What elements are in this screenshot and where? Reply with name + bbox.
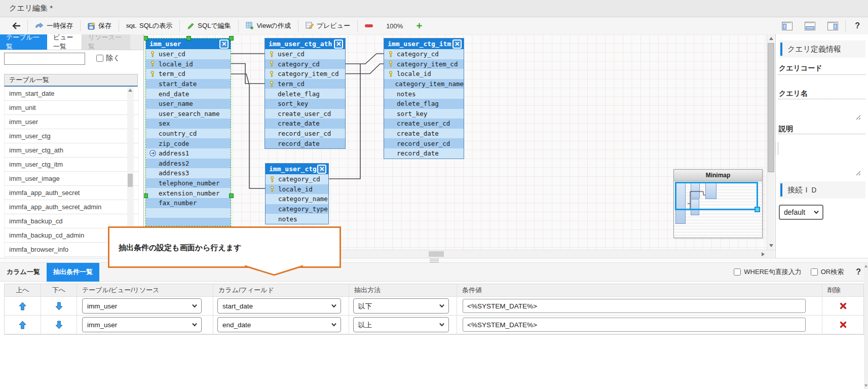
table-list-item[interactable]: imm_user_ctg xyxy=(5,129,138,143)
panel-splitter-grip[interactable] xyxy=(775,142,778,155)
er-field[interactable]: create_date xyxy=(384,129,464,139)
method-select[interactable]: 以下 xyxy=(353,298,449,314)
table-select[interactable]: imm_user xyxy=(82,317,202,332)
table-filter-input[interactable] xyxy=(4,53,85,65)
table-select[interactable]: imm_user xyxy=(82,298,202,314)
connection-select[interactable]: default xyxy=(779,205,823,220)
er-field[interactable]: fax_number xyxy=(146,198,231,208)
er-field[interactable]: user_cd xyxy=(265,49,345,59)
save-button[interactable]: 保存 xyxy=(82,19,118,33)
er-field[interactable]: sort_key xyxy=(265,99,345,109)
er-field[interactable]: record_date xyxy=(265,138,345,148)
er-table-close-button[interactable] xyxy=(334,40,343,49)
er-table-imm_user_ctg_itm[interactable]: imm_user_ctg_itmcategory_cdcategory_item… xyxy=(384,38,464,159)
er-field[interactable] xyxy=(146,218,231,226)
column-select[interactable]: start_date xyxy=(217,298,341,314)
minimap-viewport[interactable] xyxy=(675,182,758,210)
resize-grip-icon[interactable] xyxy=(854,169,861,176)
preview-button[interactable]: プレビュー xyxy=(299,19,356,33)
er-table-header[interactable]: imm_user_ctg_itm xyxy=(384,38,464,49)
er-field[interactable]: sort_key xyxy=(384,109,464,119)
table-list-item[interactable]: immfa_app_auth_secret xyxy=(5,186,138,200)
er-field[interactable]: category_name xyxy=(266,194,328,204)
er-field[interactable] xyxy=(146,208,231,218)
er-field[interactable]: notes xyxy=(266,214,328,224)
er-field[interactable]: delete_flag xyxy=(265,89,345,99)
create-view-button[interactable]: Viewの作成 xyxy=(240,19,297,33)
er-field[interactable]: create_user_cd xyxy=(384,119,464,129)
table-list-item[interactable]: imm_start_date xyxy=(5,87,138,101)
er-field[interactable]: locale_id xyxy=(146,59,231,69)
er-field[interactable]: category_type xyxy=(266,204,328,214)
er-field[interactable]: category_cd xyxy=(266,174,328,184)
toggle-bottom-panel-button[interactable] xyxy=(805,22,815,30)
minimap[interactable]: Minimap xyxy=(673,169,763,238)
er-field[interactable]: locale_id xyxy=(384,69,464,79)
table-list-item[interactable]: imm_user xyxy=(5,115,138,129)
er-table-header[interactable]: imm_user_ctg_ath xyxy=(265,38,345,49)
er-field[interactable]: create_user_cd xyxy=(265,109,345,119)
where-direct-input-checkbox[interactable] xyxy=(734,268,741,276)
toggle-left-panel-button[interactable] xyxy=(782,22,792,30)
move-up-button[interactable] xyxy=(19,321,26,329)
table-list-item[interactable]: immfa_app_auth_secret_admin xyxy=(5,200,138,214)
description-input[interactable] xyxy=(778,134,865,134)
temp-save-button[interactable]: 一時保存 xyxy=(29,19,79,33)
move-down-button[interactable] xyxy=(55,321,63,329)
table-list-item[interactable]: imm_user_ctg_itm xyxy=(5,158,138,172)
bottom-panel-scrollbar[interactable] xyxy=(864,263,868,389)
tab-condition-list[interactable]: 抽出条件一覧 xyxy=(47,263,99,282)
er-canvas[interactable]: imm_useruser_cdlocale_idterm_cdstart_dat… xyxy=(143,34,775,258)
toolbar-help-button[interactable]: ? xyxy=(847,21,868,30)
er-field[interactable]: category_cd xyxy=(265,59,345,69)
er-field[interactable]: record_user_cd xyxy=(265,129,345,139)
scrollbar-thumb[interactable] xyxy=(768,43,774,172)
table-list-item[interactable]: imm_unit xyxy=(5,101,138,115)
er-grid[interactable]: imm_useruser_cdlocale_idterm_cdstart_dat… xyxy=(144,34,767,250)
er-field[interactable]: term_cd xyxy=(146,69,231,79)
tab-table-list[interactable]: テーブル一覧 xyxy=(0,34,47,50)
canvas-vertical-scrollbar[interactable] xyxy=(767,34,775,250)
table-list-item[interactable]: imm_user_ctg_ath xyxy=(5,143,138,158)
er-table-imm_user_ctg_ath[interactable]: imm_user_ctg_athuser_cdcategory_cdcatego… xyxy=(265,38,346,149)
selection-handle[interactable] xyxy=(186,36,191,41)
zoom-in-button[interactable]: + xyxy=(410,19,428,33)
query-name-input[interactable] xyxy=(778,99,865,99)
er-field[interactable]: country_cd xyxy=(146,129,231,139)
er-field[interactable]: category_item_cd xyxy=(384,59,464,69)
er-field[interactable]: address2 xyxy=(146,159,231,169)
er-field[interactable]: zip_code xyxy=(146,138,231,148)
er-field[interactable]: category_item_cd xyxy=(265,69,345,79)
scrollbar-thumb[interactable] xyxy=(429,251,444,257)
selection-handle[interactable] xyxy=(144,36,148,41)
er-table-header[interactable]: imm_user_ctg xyxy=(266,164,328,174)
tab-view-list[interactable]: ビュー一覧 xyxy=(47,34,82,50)
column-select[interactable]: end_date xyxy=(217,317,341,332)
back-button[interactable] xyxy=(7,19,26,33)
er-field[interactable]: term_cd xyxy=(265,79,345,89)
exclude-checkbox[interactable] xyxy=(96,55,103,62)
er-field[interactable]: start_date xyxy=(146,79,231,89)
where-direct-input-option[interactable]: WHERE句直接入力 xyxy=(734,267,801,277)
move-up-button[interactable] xyxy=(19,302,26,310)
er-field[interactable]: address3 xyxy=(146,168,231,178)
er-field[interactable]: delete_flag xyxy=(384,99,464,109)
scrollbar-thumb[interactable] xyxy=(128,174,133,187)
selection-handle[interactable] xyxy=(144,193,148,198)
toggle-right-panel-button[interactable] xyxy=(827,22,838,30)
condition-help-button[interactable]: ? xyxy=(856,267,861,277)
show-sql-button[interactable]: SQL SQLの表示 xyxy=(120,19,178,33)
condition-value-input[interactable] xyxy=(463,299,806,313)
or-search-option[interactable]: OR検索 xyxy=(811,267,844,277)
er-table-close-button[interactable] xyxy=(452,40,462,49)
resize-grip-icon[interactable] xyxy=(854,113,861,120)
er-field[interactable]: extension_number xyxy=(146,188,231,198)
er-field[interactable]: telephone_number xyxy=(146,178,231,188)
er-table-imm_user[interactable]: imm_useruser_cdlocale_idterm_cdstart_dat… xyxy=(145,38,231,226)
splitter-grip-icon[interactable] xyxy=(430,259,439,262)
table-list-item[interactable]: imm_user_image xyxy=(5,172,138,186)
delete-row-button[interactable] xyxy=(840,302,847,309)
minimap-body[interactable] xyxy=(674,181,762,238)
er-field[interactable]: category_cd xyxy=(384,49,464,59)
er-table-close-button[interactable] xyxy=(317,165,326,174)
